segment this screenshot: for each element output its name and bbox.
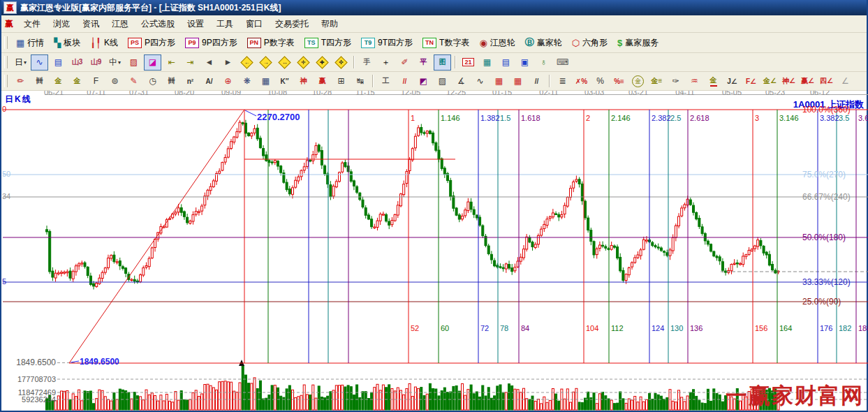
ruler-tool[interactable]: ≣ bbox=[554, 73, 571, 89]
gold-lines-tool[interactable]: 金≡ bbox=[648, 73, 665, 89]
p9-square-button[interactable]: P99P四方形 bbox=[180, 36, 242, 50]
strike-percent-tool[interactable]: ✗% bbox=[573, 73, 590, 89]
calculator-button[interactable]: ▦ bbox=[478, 54, 496, 71]
save-button[interactable]: ▣ bbox=[516, 54, 534, 71]
fan-shade-tool[interactable]: ▨ bbox=[434, 73, 451, 89]
diamond-right-button[interactable]: → bbox=[257, 54, 274, 71]
fan-box-tool[interactable]: ◩ bbox=[415, 73, 432, 89]
diamond-left-button[interactable]: ← bbox=[238, 54, 256, 71]
diamond-shrink-button[interactable]: ✚ bbox=[314, 54, 331, 71]
info-panel-button[interactable]: ▤ bbox=[50, 54, 67, 71]
period-selector-button[interactable]: 日▾ bbox=[12, 54, 29, 71]
parallel-lines-tool[interactable]: // bbox=[528, 73, 545, 89]
si-angle-tool[interactable]: 四∠ bbox=[818, 73, 835, 89]
t-square-button-icon: TS bbox=[304, 38, 318, 48]
ladder2-tool[interactable]: 卌 bbox=[163, 73, 180, 89]
gold-ladder-tool[interactable]: 金 bbox=[50, 73, 67, 89]
diamond-hspan-button[interactable]: ↔ bbox=[276, 54, 293, 71]
shen-angle-tool[interactable]: 神∠ bbox=[780, 73, 797, 89]
hand-tool-button[interactable]: 手 bbox=[358, 54, 376, 71]
snowflake-circle-tool[interactable]: ❋ bbox=[238, 73, 256, 89]
quotes-button-label: 行情 bbox=[27, 37, 44, 49]
bars9-button[interactable]: 山9 bbox=[87, 54, 105, 71]
gold-angle-tool[interactable]: 金∠ bbox=[761, 73, 779, 89]
quotes-button[interactable]: ▦行情 bbox=[11, 36, 49, 50]
price-ladder-tool[interactable]: 卌 bbox=[31, 73, 48, 89]
gold-circle-tool[interactable]: 金 bbox=[629, 73, 647, 89]
red-grid-tool[interactable]: ▦ bbox=[490, 73, 508, 89]
t-number-button[interactable]: TNT数字表 bbox=[418, 36, 474, 50]
diamond-right-button-icon: → bbox=[259, 56, 272, 68]
web-sync-button[interactable]: ♁ bbox=[535, 54, 552, 71]
time-cycle-tool[interactable]: ◷ bbox=[144, 73, 161, 89]
profile-overlay-button[interactable]: ◪ bbox=[144, 54, 161, 71]
zigzag-overlay-button[interactable]: ∿ bbox=[31, 54, 48, 71]
red-pencil-tool[interactable]: ✎ bbox=[125, 73, 142, 89]
angle-rays-tool[interactable]: ∡ bbox=[453, 73, 470, 89]
period-selector-button-icon: 日 bbox=[15, 57, 23, 68]
p-square-button[interactable]: PSP四方形 bbox=[123, 36, 180, 50]
calendar-button[interactable]: 21 bbox=[459, 54, 477, 71]
memo-button[interactable]: ▤ bbox=[497, 54, 515, 71]
spiral-tool[interactable]: ⊚ bbox=[106, 73, 124, 89]
empty-angle-tool[interactable]: ∠ bbox=[837, 73, 854, 89]
n-square-tool[interactable]: n² bbox=[182, 73, 199, 89]
candle-style-button[interactable]: 中▾ bbox=[106, 54, 124, 71]
gold-ladder2-tool-icon: 金 bbox=[74, 76, 81, 86]
red-grid-arrow-tool[interactable]: ▦ bbox=[509, 73, 527, 89]
terminal-button[interactable]: ⌨ bbox=[554, 54, 571, 71]
p-number-button[interactable]: PNP数字表 bbox=[242, 36, 300, 50]
next-bar-button[interactable]: ► bbox=[219, 54, 237, 71]
ying-square-tool[interactable]: 赢 bbox=[314, 73, 331, 89]
crosshair-tool-button[interactable]: ＋ bbox=[377, 54, 395, 71]
first-bar-button-icon: ⇤ bbox=[168, 57, 175, 67]
last-bar-button[interactable]: ⇥ bbox=[182, 54, 199, 71]
gold-ladder2-tool[interactable]: 金 bbox=[68, 73, 86, 89]
f-angle-tool[interactable]: F∠ bbox=[742, 73, 760, 89]
angle-a-tool[interactable]: A/ bbox=[200, 73, 218, 89]
pen-tool[interactable]: ✑ bbox=[667, 73, 684, 89]
f-ladder-tool[interactable]: F bbox=[87, 73, 105, 89]
k-measure-tool[interactable]: K″ bbox=[276, 73, 293, 89]
red-wave-tool[interactable]: ♒ bbox=[686, 73, 703, 89]
t-square-button[interactable]: TST四方形 bbox=[300, 36, 356, 50]
winner-wheel-button[interactable]: Ⓑ赢家轮 bbox=[520, 35, 567, 50]
j-angle-tool[interactable]: J∠ bbox=[723, 73, 741, 89]
shen-square-tool[interactable]: 神 bbox=[295, 73, 312, 89]
angle-a-tool-icon: A/ bbox=[206, 78, 213, 85]
first-bar-button[interactable]: ⇤ bbox=[163, 54, 180, 71]
diamond-left-button-icon: ← bbox=[240, 56, 253, 68]
hexagon-button[interactable]: ⬡六角形 bbox=[567, 36, 612, 50]
grid-123-tool[interactable]: ⊞ bbox=[332, 73, 350, 89]
p-number-button-icon: PN bbox=[247, 38, 261, 48]
diamond-expand-button[interactable]: ✛ bbox=[295, 54, 312, 71]
ying-angle-tool[interactable]: 赢∠ bbox=[799, 73, 816, 89]
compass-pencil-tool[interactable]: ✏ bbox=[12, 73, 29, 89]
map-overlay-button[interactable]: ▨ bbox=[125, 54, 142, 71]
t9-square-button[interactable]: T99T四方形 bbox=[356, 36, 418, 50]
erase-line-button[interactable]: ✐ bbox=[396, 54, 413, 71]
kline-button[interactable]: ╽╿K线 bbox=[85, 36, 123, 50]
pattern-tool-button[interactable]: 图 bbox=[434, 54, 451, 71]
gann-box-tool[interactable]: ▦ bbox=[257, 73, 274, 89]
percent-tool[interactable]: % bbox=[591, 73, 609, 89]
percent-lines-tool[interactable]: %≡ bbox=[610, 73, 628, 89]
gann-wheel-button[interactable]: ◉江恩轮 bbox=[474, 36, 520, 50]
gold-underline-tool[interactable]: 金 bbox=[705, 73, 722, 89]
gold-angle-tool-icon: 金∠ bbox=[763, 76, 777, 86]
axes-box-tool[interactable]: 工 bbox=[377, 73, 395, 89]
sectors-button[interactable]: ▚板块 bbox=[49, 36, 85, 50]
width-measure-tool[interactable]: ↹ bbox=[351, 73, 369, 89]
j-angle-tool-icon: J∠ bbox=[727, 78, 737, 85]
drawing-toolbar: ✏卌金金F⊚✎◷卌n²A/⊕❋▦K″神赢⊞↹工//◩▨∡∿▦▦//≣✗%%%≡金… bbox=[1, 72, 867, 91]
fan-lines-tool[interactable]: // bbox=[396, 73, 413, 89]
bars3-button[interactable]: 山3 bbox=[68, 54, 86, 71]
gold-underline-tool-icon: 金 bbox=[710, 75, 717, 87]
diamond-move-button[interactable]: ✜ bbox=[332, 54, 350, 71]
prev-bar-button[interactable]: ◄ bbox=[200, 54, 218, 71]
wave-tool[interactable]: ∿ bbox=[471, 73, 489, 89]
circle-cross-tool[interactable]: ⊕ bbox=[219, 73, 237, 89]
toolbar-grip bbox=[4, 56, 8, 68]
service-button[interactable]: $赢家服务 bbox=[612, 36, 663, 50]
pingtai-tool-button[interactable]: 平 bbox=[415, 54, 432, 71]
